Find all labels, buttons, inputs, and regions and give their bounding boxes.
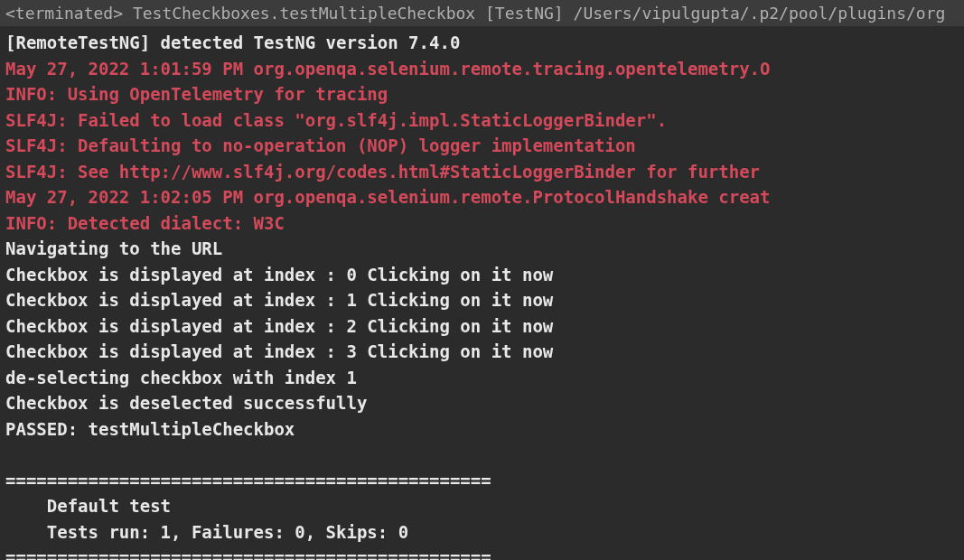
console-output: [RemoteTestNG] detected TestNG version 7… — [0, 26, 964, 560]
console-line: ========================================… — [5, 468, 959, 494]
console-line: Navigating to the URL — [5, 236, 959, 262]
console-line: SLF4J: Defaulting to no-operation (NOP) … — [5, 133, 959, 159]
console-line: PASSED: testMultipleCheckbox — [5, 416, 959, 443]
console-title-bar: <terminated> TestCheckboxes.testMultiple… — [0, 0, 964, 26]
console-line: Default test — [5, 493, 959, 519]
console-line: [RemoteTestNG] detected TestNG version 7… — [5, 30, 959, 56]
console-line: May 27, 2022 1:02:05 PM org.openqa.selen… — [5, 184, 959, 210]
console-line — [5, 442, 959, 468]
console-line: Tests run: 1, Failures: 0, Skips: 0 — [5, 519, 959, 546]
console-line: Checkbox is displayed at index : 3 Click… — [5, 339, 959, 365]
console-line: ========================================… — [5, 545, 959, 560]
console-line: Checkbox is displayed at index : 1 Click… — [5, 287, 959, 313]
console-line: May 27, 2022 1:01:59 PM org.openqa.selen… — [5, 56, 959, 82]
console-line: INFO: Using OpenTelemetry for tracing — [5, 81, 959, 107]
console-line: Checkbox is displayed at index : 2 Click… — [5, 313, 959, 340]
console-title-text: <terminated> TestCheckboxes.testMultiple… — [5, 4, 945, 23]
console-line: Checkbox is displayed at index : 0 Click… — [5, 262, 959, 288]
console-line: SLF4J: Failed to load class "org.slf4j.i… — [5, 107, 959, 134]
console-line: de-selecting checkbox with index 1 — [5, 365, 959, 391]
console-line: INFO: Detected dialect: W3C — [5, 210, 959, 237]
console-line: SLF4J: See http://www.slf4j.org/codes.ht… — [5, 159, 959, 185]
console-line: Checkbox is deselected successfully — [5, 390, 959, 416]
